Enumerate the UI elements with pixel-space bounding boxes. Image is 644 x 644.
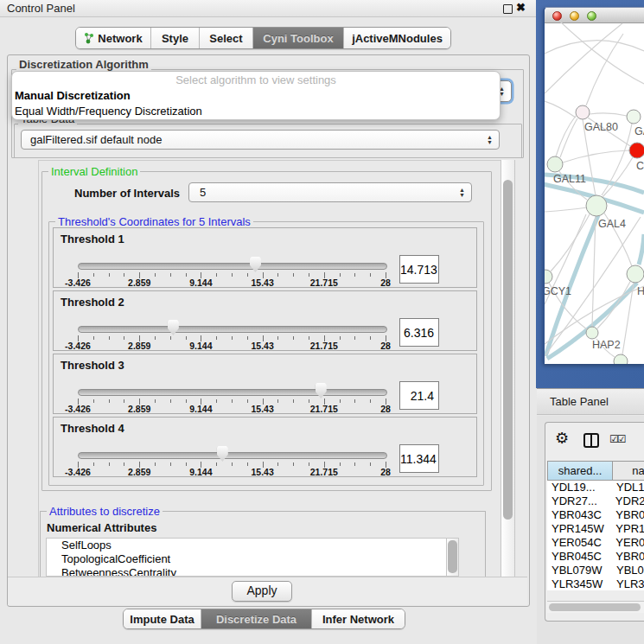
minimize-traffic-light-icon[interactable]: [570, 11, 579, 21]
table-cell-name: YDR2: [612, 494, 644, 508]
slider-tick: [109, 462, 110, 466]
tab-label: Cyni Toolbox: [263, 32, 333, 45]
table-cell-name: YBL0: [613, 564, 644, 577]
network-canvas[interactable]: GAL80GACGAL11GAL4GCY1HHAP2: [545, 22, 644, 364]
table-row[interactable]: YDL19...YDL1: [547, 481, 644, 494]
slider-tick: [216, 273, 217, 277]
network-node-GA[interactable]: [627, 110, 641, 124]
close-icon[interactable]: ✖: [516, 1, 526, 14]
float-window-icon[interactable]: [503, 4, 513, 14]
slider-handle[interactable]: [217, 446, 228, 462]
tab-network[interactable]: Network: [76, 28, 151, 48]
tab-label: Style: [162, 32, 188, 45]
close-traffic-light-icon[interactable]: [552, 11, 562, 21]
settings-scrollbar-thumb[interactable]: [503, 180, 513, 520]
slider-tick-label: 28: [380, 277, 391, 288]
slider-tick: [109, 399, 110, 403]
column-header-shared-name[interactable]: shared...: [547, 461, 613, 481]
slider-tick: [354, 336, 355, 340]
slider-tick: [93, 336, 94, 340]
attribute-list-item[interactable]: BetweennessCentrality: [47, 566, 446, 577]
slider-tick: [186, 399, 187, 403]
tab-select[interactable]: Select: [200, 28, 253, 48]
tab-cyni-toolbox[interactable]: Cyni Toolbox: [253, 28, 344, 48]
slider-handle[interactable]: [316, 383, 327, 399]
slider-track[interactable]: [78, 452, 387, 459]
attributes-scrollbar-thumb[interactable]: [448, 540, 457, 573]
network-node-GAL4[interactable]: [586, 195, 607, 216]
split-columns-icon[interactable]: [583, 433, 599, 448]
attributes-scrollbar[interactable]: [446, 538, 459, 577]
attribute-list-item[interactable]: TopologicalCoefficient: [47, 552, 446, 566]
slider-tick: [170, 399, 171, 403]
network-node-label: GAL4: [598, 218, 626, 230]
table-cell-shared-name: YBL079W: [547, 564, 613, 577]
network-node-GCY1[interactable]: [545, 270, 552, 284]
slider-tick: [155, 462, 156, 466]
network-node-GAL80[interactable]: [576, 105, 590, 119]
table-hscrollbar-thumb[interactable]: [549, 603, 641, 611]
slider-tick: [354, 273, 355, 277]
threshold-label: Threshold 3: [61, 359, 124, 372]
network-node-red-node[interactable]: [629, 143, 644, 158]
slider-tick-label: 28: [380, 341, 391, 351]
tab-impute-data[interactable]: Impute Data: [124, 609, 201, 628]
slider-tick: [170, 273, 171, 277]
number-of-intervals-combobox[interactable]: 5 ▲▼: [188, 182, 472, 202]
select-columns-icon[interactable]: ☑☑: [609, 433, 625, 445]
settings-scrollbar[interactable]: [501, 160, 515, 577]
slider-tick: [155, 273, 156, 277]
network-node-GAL11[interactable]: [547, 156, 563, 172]
apply-button[interactable]: Apply: [232, 581, 292, 602]
threshold-value-field[interactable]: 21.4: [399, 381, 439, 410]
tab-infer-network[interactable]: Infer Network: [312, 609, 405, 628]
slider-tick: [370, 399, 371, 403]
threshold-value-field[interactable]: 11.344: [399, 444, 439, 473]
slider-handle[interactable]: [250, 257, 261, 272]
threshold-value-field[interactable]: 6.316: [399, 318, 439, 347]
network-node-bottom-node[interactable]: [614, 354, 628, 364]
zoom-traffic-light-icon[interactable]: [587, 11, 596, 21]
network-node-HAP2[interactable]: [586, 327, 598, 339]
algorithm-dropdown-popup: Select algorithm to view settings Manual…: [11, 71, 501, 120]
table-row[interactable]: YLR345WYLR3: [547, 577, 644, 590]
gear-icon[interactable]: ⚙: [555, 430, 569, 446]
slider-tick: [293, 273, 294, 277]
slider-tick: [155, 399, 156, 403]
table-row[interactable]: YBR045CYBR0: [547, 550, 644, 564]
dropdown-option-manual-discretization[interactable]: Manual Discretization: [12, 88, 500, 104]
slider-tick: [309, 399, 309, 403]
tab-style[interactable]: Style: [151, 28, 200, 48]
tab-jactivemnodules[interactable]: jActiveMNodules: [344, 28, 450, 48]
table-row[interactable]: YDR27...YDR2: [547, 494, 644, 508]
slider-tick: [277, 336, 278, 340]
slider-track[interactable]: [78, 263, 387, 270]
attribute-list-item[interactable]: SelfLoops: [47, 539, 446, 552]
table-cell-shared-name: YBR043C: [547, 508, 612, 522]
slider-tick-label: 21.715: [310, 341, 338, 351]
threshold-label: Threshold 4: [61, 422, 124, 435]
network-node-H[interactable]: [627, 265, 644, 283]
network-edge: [603, 157, 633, 197]
column-header-name[interactable]: na: [613, 461, 644, 481]
control-panel-title: Control Panel: [7, 2, 75, 15]
table-row[interactable]: YBR043CYBR0: [547, 508, 644, 522]
interval-definition-title: Interval Definition: [48, 165, 140, 178]
dropdown-option-equal-width-frequency[interactable]: Equal Width/Frequency Discretization: [12, 104, 500, 119]
table-row[interactable]: YPR145WYPR1: [547, 522, 644, 536]
numerical-attributes-list[interactable]: SelfLoopsTopologicalCoefficientBetweenne…: [46, 538, 446, 577]
slider-track[interactable]: [78, 389, 387, 396]
table-row[interactable]: YER054CYER0: [547, 536, 644, 550]
slider-handle[interactable]: [168, 320, 179, 335]
network-node-label: C: [636, 160, 644, 172]
table-row[interactable]: YBL079WYBL0: [547, 564, 644, 577]
table-horizontal-scrollbar[interactable]: [547, 601, 644, 613]
slider-tick-label: 9.144: [189, 404, 212, 414]
slider-track[interactable]: [78, 326, 387, 333]
threshold-value-field[interactable]: 14.713: [399, 255, 439, 284]
slider-tick: [186, 336, 187, 340]
tab-discretize-data[interactable]: Discretize Data: [201, 609, 312, 628]
slider-tick: [247, 462, 248, 466]
threshold-panel-2: Threshold 2-3.4262.8599.14415.4321.71528…: [53, 290, 477, 351]
table-data-combobox[interactable]: galFiltered.sif default node ▲▼: [21, 130, 500, 150]
